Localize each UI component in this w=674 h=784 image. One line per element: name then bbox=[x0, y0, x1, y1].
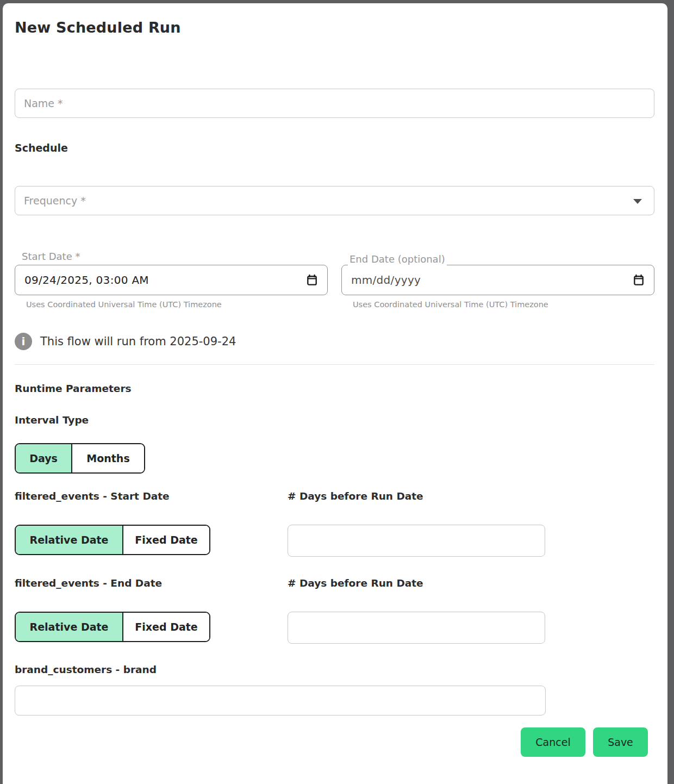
start-date-helper: Uses Coordinated Universal Time (UTC) Ti… bbox=[26, 300, 328, 309]
toggle-option-months[interactable]: Months bbox=[71, 444, 144, 472]
divider bbox=[15, 364, 654, 365]
cancel-button[interactable]: Cancel bbox=[521, 727, 585, 757]
end-date-mode-toggle: Relative Date Fixed Date bbox=[15, 612, 210, 642]
info-icon: i bbox=[15, 333, 32, 350]
toggle-option-days[interactable]: Days bbox=[16, 444, 71, 472]
days-before-run-date-label: # Days before Run Date bbox=[288, 490, 654, 502]
param-filtered-events-end-date-label: filtered_events - End Date bbox=[15, 577, 288, 589]
calendar-icon[interactable] bbox=[633, 274, 645, 286]
start-date-label: Start Date * bbox=[22, 251, 328, 263]
start-date-input[interactable]: 09/24/2025, 03:00 AM bbox=[15, 265, 328, 295]
start-date-days-before-input[interactable] bbox=[288, 525, 545, 557]
relative-date-option[interactable]: Relative Date bbox=[16, 526, 122, 554]
end-date-helper: Uses Coordinated Universal Time (UTC) Ti… bbox=[353, 300, 654, 309]
runtime-parameters-heading: Runtime Parameters bbox=[15, 382, 654, 395]
end-date-placeholder: mm/dd/yyyy bbox=[351, 273, 421, 287]
end-date-label: End Date (optional) bbox=[348, 253, 447, 265]
start-date-field: Start Date * 09/24/2025, 03:00 AM Uses C… bbox=[15, 251, 328, 309]
days-before-run-date-label: # Days before Run Date bbox=[288, 577, 654, 589]
frequency-select[interactable]: Frequency * bbox=[15, 186, 654, 215]
interval-type-label: Interval Type bbox=[15, 414, 654, 426]
chevron-down-icon bbox=[633, 199, 642, 204]
start-date-mode-toggle: Relative Date Fixed Date bbox=[15, 525, 210, 555]
interval-type-toggle: Days Months bbox=[15, 443, 145, 474]
end-date-days-before-input[interactable] bbox=[288, 612, 545, 644]
name-input[interactable] bbox=[15, 89, 654, 118]
fixed-date-option[interactable]: Fixed Date bbox=[122, 613, 209, 641]
end-date-input[interactable]: mm/dd/yyyy bbox=[341, 265, 654, 295]
info-banner: i This flow will run from 2025-09-24 bbox=[15, 333, 654, 350]
param-filtered-events-start-date-label: filtered_events - Start Date bbox=[15, 490, 288, 502]
end-date-field: End Date (optional) mm/dd/yyyy Uses Coor… bbox=[341, 251, 654, 309]
brand-input[interactable] bbox=[15, 686, 546, 715]
page-title: New Scheduled Run bbox=[15, 19, 654, 36]
frequency-placeholder: Frequency * bbox=[24, 195, 86, 207]
param-brand-customers-label: brand_customers - brand bbox=[15, 664, 654, 676]
new-scheduled-run-dialog: New Scheduled Run Schedule Frequency * S… bbox=[3, 3, 667, 784]
info-message: This flow will run from 2025-09-24 bbox=[40, 335, 236, 348]
fixed-date-option[interactable]: Fixed Date bbox=[122, 526, 209, 554]
calendar-icon[interactable] bbox=[306, 274, 318, 286]
relative-date-option[interactable]: Relative Date bbox=[16, 613, 122, 641]
save-button[interactable]: Save bbox=[593, 727, 648, 757]
start-date-value: 09/24/2025, 03:00 AM bbox=[24, 273, 149, 287]
schedule-heading: Schedule bbox=[15, 142, 654, 154]
